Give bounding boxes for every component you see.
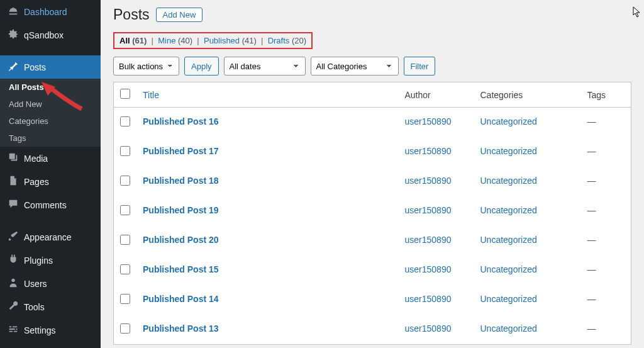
- post-author-link[interactable]: user150890: [405, 294, 452, 304]
- submenu-add-new[interactable]: Add New: [0, 96, 101, 113]
- menu-label: Tools: [24, 302, 45, 312]
- post-category-link[interactable]: Uncategorized: [480, 146, 537, 156]
- post-category-link[interactable]: Uncategorized: [480, 294, 537, 304]
- menu-item-media[interactable]: Media: [0, 147, 101, 170]
- post-title-link[interactable]: Published Post 19: [143, 205, 219, 215]
- gear-icon: [8, 28, 19, 42]
- row-checkbox[interactable]: [120, 323, 130, 334]
- post-category-link[interactable]: Uncategorized: [480, 264, 537, 274]
- post-category-link[interactable]: Uncategorized: [480, 116, 537, 126]
- post-author-link[interactable]: user150890: [405, 264, 452, 274]
- post-title-link[interactable]: Published Post 14: [143, 294, 219, 304]
- menu-label: Users: [24, 279, 47, 289]
- post-category-link[interactable]: Uncategorized: [480, 205, 537, 215]
- menu-label: Settings: [24, 325, 56, 335]
- menu-label: qSandbox: [24, 30, 64, 40]
- bulk-actions-select[interactable]: Bulk actions: [113, 57, 179, 76]
- menu-item-users[interactable]: Users: [0, 272, 101, 295]
- brush-icon: [8, 230, 19, 244]
- select-all-checkbox[interactable]: [120, 89, 130, 99]
- row-checkbox[interactable]: [120, 294, 130, 304]
- menu-item-tools[interactable]: Tools: [0, 295, 101, 318]
- submenu-categories[interactable]: Categories: [0, 113, 101, 130]
- apply-button[interactable]: Apply: [184, 57, 219, 76]
- col-title[interactable]: Title: [136, 82, 399, 108]
- post-category-link[interactable]: Uncategorized: [480, 176, 537, 186]
- col-categories: Categories: [474, 82, 581, 108]
- post-category-link[interactable]: Uncategorized: [480, 235, 537, 245]
- filter-published[interactable]: Published (41): [204, 36, 257, 45]
- media-icon: [8, 152, 19, 165]
- post-tags: —: [581, 226, 631, 255]
- comment-icon: [8, 198, 19, 211]
- menu-item-plugins[interactable]: Plugins: [0, 249, 101, 272]
- filter-mine[interactable]: Mine (40): [158, 36, 192, 45]
- menu-separator: [0, 216, 101, 225]
- post-title-link[interactable]: Published Post 13: [143, 323, 219, 334]
- menu-item-posts[interactable]: Posts: [0, 55, 101, 79]
- row-checkbox[interactable]: [120, 146, 130, 156]
- admin-sidebar: Dashboard qSandbox Posts All Posts Add N…: [0, 0, 101, 348]
- menu-label: Appearance: [24, 232, 72, 242]
- col-tags: Tags: [581, 82, 631, 108]
- table-row: Published Post 16user150890Uncategorized…: [114, 108, 631, 138]
- post-author-link[interactable]: user150890: [405, 116, 452, 126]
- post-tags: —: [581, 167, 631, 196]
- table-row: Published Post 18user150890Uncategorized…: [114, 167, 631, 196]
- filter-all[interactable]: All (61): [119, 36, 147, 45]
- date-filter-select[interactable]: All dates: [224, 57, 306, 76]
- post-author-link[interactable]: user150890: [405, 176, 452, 186]
- post-title-link[interactable]: Published Post 16: [143, 116, 219, 126]
- submenu-tags[interactable]: Tags: [0, 130, 101, 147]
- menu-separator: [0, 47, 101, 55]
- row-checkbox[interactable]: [120, 116, 130, 126]
- table-row: Published Post 15user150890Uncategorized…: [114, 255, 631, 285]
- menu-item-qsandbox[interactable]: qSandbox: [0, 23, 101, 47]
- page-icon: [8, 175, 19, 188]
- post-tags: —: [581, 285, 631, 315]
- posts-table: Title Author Categories Tags Published P…: [113, 82, 631, 345]
- row-checkbox[interactable]: [120, 264, 130, 274]
- plugin-icon: [8, 254, 19, 267]
- post-title-link[interactable]: Published Post 15: [143, 264, 219, 274]
- wrench-icon: [8, 300, 19, 313]
- posts-submenu: All Posts Add New Categories Tags: [0, 79, 101, 147]
- menu-item-pages[interactable]: Pages: [0, 170, 101, 193]
- row-checkbox[interactable]: [120, 176, 130, 186]
- menu-item-appearance[interactable]: Appearance: [0, 225, 101, 249]
- post-tags: —: [581, 137, 631, 167]
- post-title-link[interactable]: Published Post 20: [143, 235, 219, 245]
- menu-label: Plugins: [24, 255, 53, 266]
- page-heading: Posts Add New: [113, 6, 631, 23]
- post-title-link[interactable]: Published Post 17: [143, 146, 219, 156]
- post-category-link[interactable]: Uncategorized: [480, 323, 537, 334]
- add-new-button[interactable]: Add New: [156, 8, 203, 22]
- submenu-all-posts[interactable]: All Posts: [0, 79, 101, 96]
- post-author-link[interactable]: user150890: [405, 323, 452, 334]
- filter-button[interactable]: Filter: [404, 57, 436, 76]
- status-filter-bar: All (61) | Mine (40) | Published (41) | …: [113, 32, 313, 49]
- page-title: Posts: [113, 6, 150, 23]
- post-title-link[interactable]: Published Post 18: [143, 176, 219, 186]
- post-tags: —: [581, 108, 631, 138]
- menu-label: Posts: [24, 62, 46, 72]
- row-checkbox[interactable]: [120, 205, 130, 215]
- pin-icon: [8, 60, 19, 74]
- post-author-link[interactable]: user150890: [405, 205, 452, 215]
- table-row: Published Post 20user150890Uncategorized…: [114, 226, 631, 255]
- filter-drafts[interactable]: Drafts (20): [268, 36, 306, 45]
- post-author-link[interactable]: user150890: [405, 235, 452, 245]
- row-checkbox[interactable]: [120, 235, 130, 245]
- category-filter-select[interactable]: All Categories: [311, 57, 399, 76]
- menu-label: Media: [24, 154, 48, 164]
- table-row: Published Post 19user150890Uncategorized…: [114, 196, 631, 226]
- menu-item-settings[interactable]: Settings: [0, 318, 101, 342]
- svg-point-0: [11, 279, 14, 282]
- menu-item-comments[interactable]: Comments: [0, 193, 101, 216]
- menu-item-dashboard[interactable]: Dashboard: [0, 0, 101, 23]
- tablenav-top: Bulk actions Apply All dates All Categor…: [113, 57, 631, 76]
- col-checkbox: [114, 82, 137, 108]
- menu-label: Pages: [24, 177, 49, 187]
- post-author-link[interactable]: user150890: [405, 146, 452, 156]
- post-tags: —: [581, 315, 631, 345]
